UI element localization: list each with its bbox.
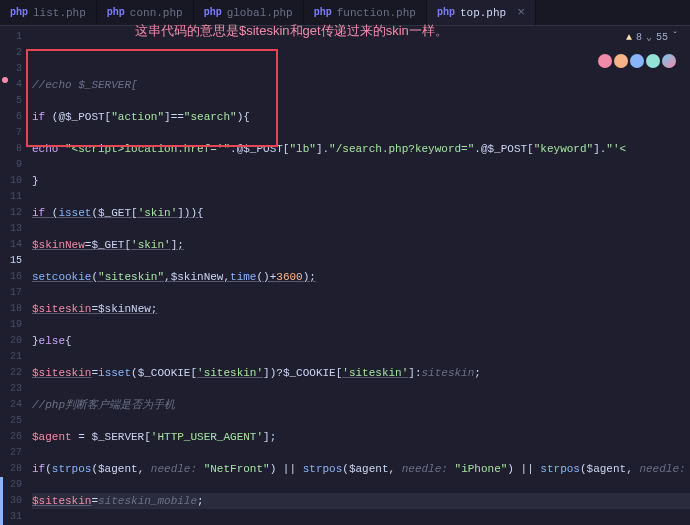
avatar[interactable] — [662, 54, 676, 68]
php-icon: php — [107, 7, 125, 18]
php-icon: php — [204, 7, 222, 18]
avatar[interactable] — [598, 54, 612, 68]
line-gutter: 1234567891011121314151617181920212223242… — [0, 26, 28, 525]
presence-avatars — [598, 54, 676, 68]
close-icon[interactable]: × — [517, 5, 525, 20]
avatar[interactable] — [614, 54, 628, 68]
php-icon: php — [437, 7, 455, 18]
vcs-marker — [0, 509, 3, 525]
code-area[interactable]: //echo $_SERVER[ if (@$_POST["action"]==… — [28, 26, 690, 525]
vcs-marker — [0, 493, 3, 509]
vcs-marker — [0, 477, 3, 493]
avatar[interactable] — [630, 54, 644, 68]
php-icon: php — [314, 7, 332, 18]
tab-list[interactable]: phplist.php — [0, 0, 97, 25]
avatar[interactable] — [646, 54, 660, 68]
annotation-text: 这串代码的意思是$siteskin和get传递过来的skin一样。 — [135, 22, 448, 40]
error-marker — [2, 77, 8, 83]
php-icon: php — [10, 7, 28, 18]
editor[interactable]: 1234567891011121314151617181920212223242… — [0, 26, 690, 525]
